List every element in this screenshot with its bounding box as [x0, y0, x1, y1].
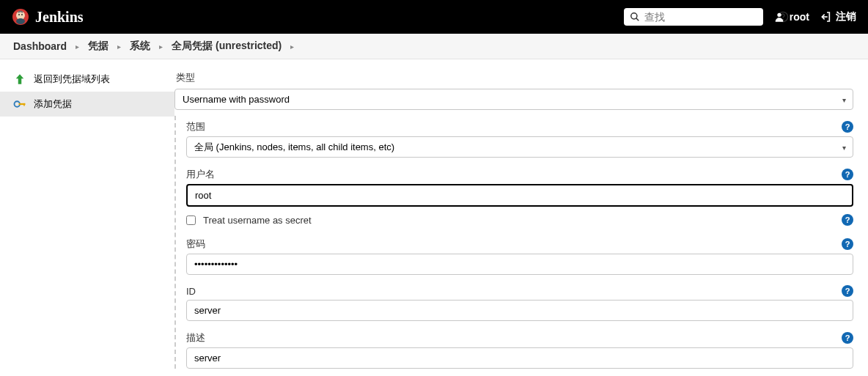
help-icon[interactable]: ?: [842, 214, 853, 226]
logout-label: 注销: [836, 10, 856, 23]
brand-text: Jenkins: [35, 9, 84, 26]
help-icon[interactable]: ?: [842, 332, 853, 344]
brand[interactable]: Jenkins: [12, 8, 84, 26]
username-label: 用户名: [186, 168, 215, 181]
svg-point-2: [16, 18, 25, 24]
chevron-right-icon: ▸: [76, 43, 79, 51]
username-input[interactable]: [186, 184, 853, 207]
type-label: 类型: [174, 71, 853, 89]
breadcrumb-item[interactable]: 凭据: [88, 40, 108, 53]
help-icon[interactable]: ?: [842, 238, 853, 250]
top-header: Jenkins root 注销: [0, 0, 868, 34]
password-label: 密码: [186, 237, 205, 251]
svg-point-5: [631, 13, 637, 19]
svg-point-3: [18, 14, 20, 15]
help-icon[interactable]: ?: [842, 169, 853, 180]
jenkins-icon: [12, 8, 29, 26]
svg-point-9: [777, 13, 781, 17]
search-box[interactable]: [624, 8, 763, 26]
help-icon[interactable]: ?: [842, 121, 853, 133]
description-label: 描述: [186, 331, 205, 344]
credential-fields: 范围 ? 全局 (Jenkins, nodes, items, all chil…: [174, 116, 853, 369]
user-menu[interactable]: root: [773, 11, 809, 23]
sidebar-item-label: 返回到凭据域列表: [34, 73, 110, 86]
credentials-icon: [13, 97, 26, 111]
content: 类型 Username with password ▾ 范围 ? 全局 (Jen…: [174, 59, 868, 376]
chevron-right-icon: ▸: [290, 43, 294, 51]
scope-label: 范围: [186, 120, 205, 133]
treat-username-secret-checkbox[interactable]: [186, 215, 196, 225]
password-input[interactable]: [186, 254, 853, 275]
breadcrumb-item[interactable]: 系统: [130, 40, 150, 53]
id-input[interactable]: [186, 300, 853, 321]
logout-link[interactable]: 注销: [820, 10, 856, 23]
scope-select[interactable]: 全局 (Jenkins, nodes, items, all child ite…: [186, 136, 853, 158]
breadcrumb-item[interactable]: 全局凭据 (unrestricted): [172, 40, 282, 53]
description-input[interactable]: [186, 347, 853, 369]
type-select[interactable]: Username with password: [174, 89, 853, 110]
help-icon[interactable]: ?: [842, 285, 853, 297]
svg-point-4: [21, 14, 23, 15]
breadcrumb: Dashboard ▸ 凭据 ▸ 系统 ▸ 全局凭据 (unrestricted…: [0, 34, 868, 59]
up-arrow-icon: [13, 73, 26, 86]
chevron-right-icon: ▸: [159, 43, 163, 51]
search-icon: [630, 12, 640, 22]
breadcrumb-item[interactable]: Dashboard: [13, 40, 67, 52]
svg-line-6: [636, 18, 639, 21]
sidebar-item-label: 添加凭据: [34, 97, 72, 111]
chevron-right-icon: ▸: [117, 43, 121, 51]
id-label: ID: [186, 286, 196, 297]
sidebar-item-back[interactable]: 返回到凭据域列表: [0, 67, 174, 92]
sidebar: 返回到凭据域列表 添加凭据: [0, 59, 174, 376]
search-input[interactable]: [644, 11, 773, 23]
user-icon: [773, 11, 785, 23]
logout-icon: [820, 11, 831, 23]
svg-rect-13: [23, 103, 25, 106]
main-area: 返回到凭据域列表 添加凭据 类型 Username with password …: [0, 59, 868, 376]
user-name: root: [790, 11, 809, 23]
treat-username-secret-label: Treat username as secret: [203, 215, 312, 226]
sidebar-item-add-credential[interactable]: 添加凭据: [0, 92, 174, 117]
